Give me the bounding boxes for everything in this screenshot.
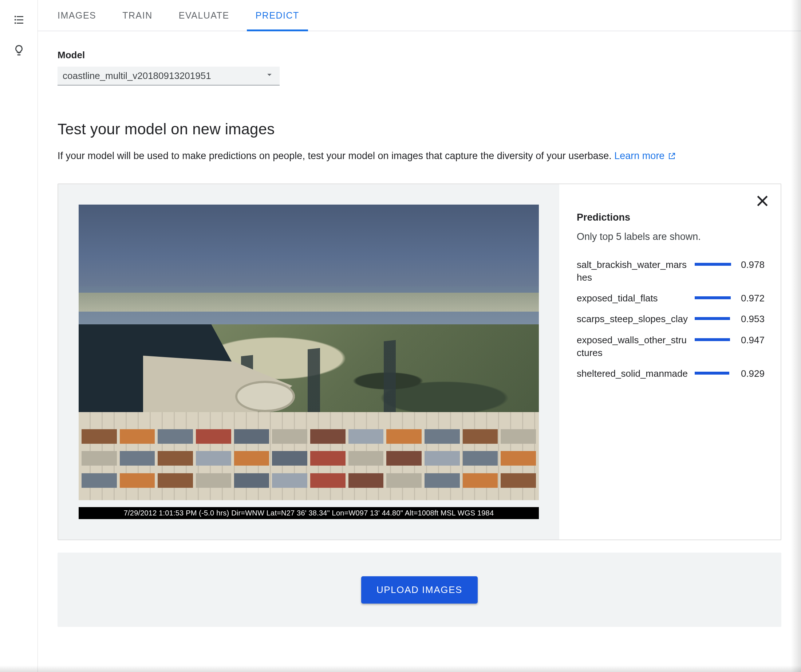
prediction-score: 0.947	[738, 334, 765, 346]
chevron-down-icon	[264, 69, 275, 82]
tab-images[interactable]: IMAGES	[58, 0, 96, 31]
svg-rect-0	[14, 16, 16, 18]
upload-area: UPLOAD IMAGES	[58, 553, 781, 627]
prediction-score: 0.929	[738, 368, 765, 379]
prediction-score: 0.978	[738, 259, 765, 270]
prediction-bar	[695, 372, 732, 375]
prediction-row: salt_brackish_water_marshes 0.978	[577, 259, 765, 284]
predictions-sidebar: Predictions Only top 5 labels are shown.…	[559, 184, 781, 540]
prediction-bar	[695, 263, 732, 266]
prediction-score: 0.953	[738, 313, 765, 325]
tab-train[interactable]: TRAIN	[122, 0, 153, 31]
prediction-bar	[695, 338, 732, 341]
prediction-label: scarps_steep_slopes_clay	[577, 313, 688, 325]
image-preview-area: 7/29/2012 1:01:53 PM (-5.0 hrs) Dir=WNW …	[58, 184, 559, 540]
tab-evaluate[interactable]: EVALUATE	[179, 0, 229, 31]
model-field-label: Model	[58, 50, 781, 61]
side-rail	[0, 0, 38, 672]
tab-predict[interactable]: PREDICT	[256, 0, 299, 31]
upload-images-button[interactable]: UPLOAD IMAGES	[361, 576, 478, 604]
prediction-row: exposed_walls_other_structures 0.947	[577, 334, 765, 359]
svg-rect-2	[14, 19, 16, 21]
svg-rect-4	[14, 23, 16, 24]
prediction-panel: 7/29/2012 1:01:53 PM (-5.0 hrs) Dir=WNW …	[58, 183, 781, 540]
prediction-label: exposed_walls_other_structures	[577, 334, 688, 359]
prediction-score: 0.972	[738, 293, 765, 304]
image-caption: 7/29/2012 1:01:53 PM (-5.0 hrs) Dir=WNW …	[79, 507, 539, 519]
prediction-bar	[695, 317, 732, 320]
prediction-row: scarps_steep_slopes_clay 0.953	[577, 313, 765, 325]
prediction-bar	[695, 296, 732, 299]
learn-more-link[interactable]: Learn more	[614, 148, 676, 164]
prediction-label: exposed_tidal_flats	[577, 292, 688, 305]
section-title: Test your model on new images	[58, 121, 781, 138]
svg-rect-1	[17, 16, 23, 17]
prediction-label: salt_brackish_water_marshes	[577, 259, 688, 284]
prediction-label: sheltered_solid_manmade	[577, 367, 688, 380]
model-select[interactable]: coastline_multil_v20180913201951	[58, 67, 280, 85]
close-icon[interactable]	[754, 193, 770, 209]
prediction-row: sheltered_solid_manmade 0.929	[577, 367, 765, 380]
predictions-title: Predictions	[577, 212, 765, 223]
list-icon[interactable]	[10, 11, 28, 28]
svg-rect-3	[17, 19, 23, 20]
predictions-subtitle: Only top 5 labels are shown.	[577, 231, 765, 243]
section-hint: If your model will be used to make predi…	[58, 148, 781, 164]
tab-bar: IMAGES TRAIN EVALUATE PREDICT	[38, 0, 801, 31]
open-in-new-icon	[668, 152, 676, 161]
model-selected-value: coastline_multil_v20180913201951	[63, 70, 211, 82]
test-image: 7/29/2012 1:01:53 PM (-5.0 hrs) Dir=WNW …	[79, 204, 539, 519]
svg-rect-5	[17, 23, 23, 24]
prediction-row: exposed_tidal_flats 0.972	[577, 292, 765, 305]
lightbulb-icon[interactable]	[10, 42, 28, 59]
